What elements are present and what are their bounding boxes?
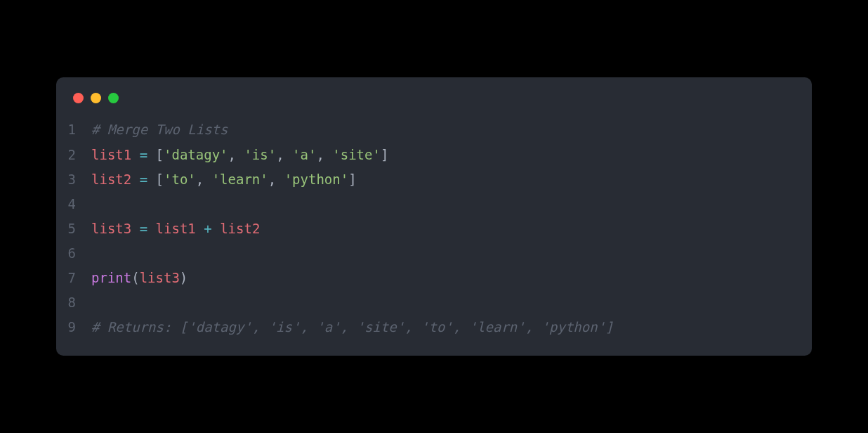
line-number: 7 <box>56 266 91 290</box>
token-comment: # Returns: ['datagy', 'is', 'a', 'site',… <box>91 319 614 335</box>
code-line: 9# Returns: ['datagy', 'is', 'a', 'site'… <box>56 315 812 340</box>
token-plain <box>131 172 139 187</box>
token-plain <box>196 221 204 236</box>
line-number: 5 <box>56 216 91 241</box>
token-plain <box>147 221 155 236</box>
token-ident: list3 <box>91 221 131 236</box>
line-content: # Merge Two Lists <box>91 117 812 142</box>
code-line: 4 <box>56 192 812 216</box>
token-str: 'learn' <box>212 172 268 187</box>
code-line: 3list2 = ['to', 'learn', 'python'] <box>56 167 812 192</box>
token-comment: # Merge Two Lists <box>91 122 228 137</box>
minimize-icon[interactable] <box>91 93 101 103</box>
token-punct: , <box>316 147 332 162</box>
line-number: 1 <box>56 117 91 142</box>
token-func: print <box>91 270 131 285</box>
token-punct: , <box>196 172 212 187</box>
token-ident: list1 <box>91 147 131 162</box>
token-punct: , <box>228 147 244 162</box>
line-number: 3 <box>56 167 91 192</box>
token-plain <box>212 221 220 236</box>
token-ident: list1 <box>156 221 196 236</box>
line-content <box>91 290 812 315</box>
token-str: 'site' <box>332 147 381 162</box>
line-number: 9 <box>56 315 91 340</box>
token-plain <box>147 172 155 187</box>
window-titlebar <box>56 93 812 117</box>
token-op: = <box>140 172 147 187</box>
token-str: 'datagy' <box>164 147 228 162</box>
token-str: 'a' <box>292 147 316 162</box>
token-op: = <box>140 221 147 236</box>
line-content: print(list3) <box>91 266 812 290</box>
code-line: 6 <box>56 241 812 266</box>
token-punct: ] <box>348 172 356 187</box>
code-window: 1# Merge Two Lists2list1 = ['datagy', 'i… <box>56 77 812 355</box>
line-number: 6 <box>56 241 91 266</box>
code-line: 7print(list3) <box>56 266 812 290</box>
token-str: 'python' <box>284 172 349 187</box>
token-punct: [ <box>156 147 164 162</box>
code-block: 1# Merge Two Lists2list1 = ['datagy', 'i… <box>56 117 812 340</box>
code-line: 5list3 = list1 + list2 <box>56 216 812 241</box>
token-punct: , <box>276 147 292 162</box>
token-punct: [ <box>156 172 164 187</box>
line-content: list2 = ['to', 'learn', 'python'] <box>91 167 812 192</box>
token-punct: , <box>268 172 284 187</box>
code-line: 1# Merge Two Lists <box>56 117 812 142</box>
token-punct: ] <box>381 147 388 162</box>
line-content: list3 = list1 + list2 <box>91 216 812 241</box>
token-op: = <box>140 147 147 162</box>
code-line: 2list1 = ['datagy', 'is', 'a', 'site'] <box>56 143 812 167</box>
token-plain <box>147 147 155 162</box>
token-ident: list3 <box>140 270 180 285</box>
token-ident: list2 <box>91 172 131 187</box>
line-content: # Returns: ['datagy', 'is', 'a', 'site',… <box>91 315 812 340</box>
line-number: 8 <box>56 290 91 315</box>
token-plain <box>131 147 139 162</box>
token-op: + <box>204 221 211 236</box>
line-content: list1 = ['datagy', 'is', 'a', 'site'] <box>91 143 812 167</box>
line-content <box>91 241 812 266</box>
token-ident: list2 <box>220 221 260 236</box>
token-str: 'to' <box>164 172 196 187</box>
token-punct: ( <box>131 270 139 285</box>
close-icon[interactable] <box>73 93 84 103</box>
line-number: 4 <box>56 192 91 216</box>
maximize-icon[interactable] <box>108 93 119 103</box>
token-str: 'is' <box>244 147 276 162</box>
token-punct: ) <box>180 270 188 285</box>
code-line: 8 <box>56 290 812 315</box>
line-content <box>91 192 812 216</box>
token-plain <box>131 221 139 236</box>
line-number: 2 <box>56 143 91 167</box>
